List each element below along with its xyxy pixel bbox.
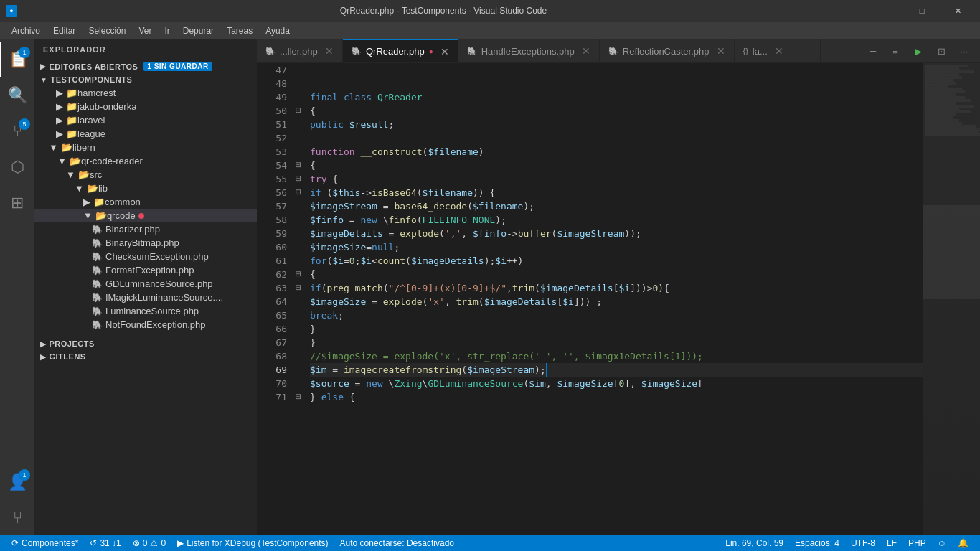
projects-section[interactable]: ▶ PROJECTS: [34, 337, 257, 350]
tree-item-imagick[interactable]: 🐘 IMagickLuminanceSource....: [34, 291, 257, 304]
json-file-icon: {}: [743, 47, 748, 55]
status-sync[interactable]: ↺ 31 ↓1: [84, 535, 126, 551]
layout-button[interactable]: ⊡: [931, 41, 951, 61]
explorer-icon[interactable]: 📋 1: [0, 42, 34, 77]
minimap: ⬛⬛⬛⬛⬛⬛⬛⬛⬛⬛⬛⬛⬛⬛⬛ ⬛⬛⬛⬛⬛⬛⬛⬛⬛⬛⬛⬛ ⬛⬛⬛⬛⬛⬛⬛⬛⬛⬛⬛…: [923, 63, 980, 535]
tree-item-qrcode[interactable]: ▼ 📂 qrcode: [34, 209, 257, 222]
overflow-button[interactable]: ···: [954, 41, 974, 61]
gitlens-section[interactable]: ▶ GITLENS: [34, 350, 257, 363]
tab-controller-close[interactable]: ✕: [325, 45, 334, 57]
testcomponents-label: TESTCOMPONENTS: [50, 75, 132, 84]
status-eol[interactable]: LF: [881, 535, 903, 551]
code-content[interactable]: final class QrReader { public $result; f…: [304, 63, 923, 535]
code-line-54: {: [310, 159, 923, 172]
status-spaces[interactable]: Espacios: 4: [789, 535, 845, 551]
code-editor[interactable]: 47 48 49 50 51 52 53 54 55 56 57 58 59 6…: [257, 63, 980, 535]
tab-reflectioncaster-close[interactable]: ✕: [717, 45, 725, 57]
tab-handleexceptions-close[interactable]: ✕: [582, 45, 590, 57]
run-button[interactable]: ▶: [908, 41, 928, 61]
tree-item-qr-code-reader[interactable]: ▼ 📂 qr-code-reader: [34, 154, 257, 168]
code-line-67: }: [310, 336, 923, 349]
php-icon: 🐘: [92, 252, 103, 262]
status-language[interactable]: PHP: [903, 535, 932, 551]
tree-item-checksumexception[interactable]: 🐘 ChecksumException.php: [34, 250, 257, 263]
status-branch-label: Componentes*: [22, 538, 78, 548]
maximize-button[interactable]: □: [905, 0, 938, 22]
menu-ir[interactable]: Ir: [159, 24, 175, 37]
menu-editar[interactable]: Editar: [47, 24, 81, 37]
tree-item-notfound[interactable]: 🐘 NotFoundException.php: [34, 318, 257, 331]
status-language-label: PHP: [908, 538, 926, 548]
status-errors[interactable]: ⊗ 0 ⚠ 0: [127, 535, 171, 551]
chevron-down-icon: ▼: [57, 156, 67, 166]
php-icon: 🐘: [92, 279, 103, 289]
close-button[interactable]: ✕: [941, 0, 974, 22]
testcomponents-section[interactable]: ▼ TESTCOMPONENTS: [34, 73, 257, 86]
search-icon[interactable]: 🔍: [0, 78, 34, 113]
tree-item-league[interactable]: ▶ 📁 league: [34, 127, 257, 141]
tree-item-laravel[interactable]: ▶ 📁 laravel: [34, 113, 257, 127]
code-line-53: function __construct($filename): [310, 145, 923, 159]
menu-ver[interactable]: Ver: [133, 24, 157, 37]
code-line-64: $imageSize = explode('x', trim($imageDet…: [310, 295, 923, 309]
sidebar: EXPLORADOR ▶ EDITORES ABIERTOS 1 SIN GUA…: [34, 39, 257, 535]
open-editors-section[interactable]: ▶ EDITORES ABIERTOS 1 SIN GUARDAR: [34, 60, 257, 73]
menu-ayuda[interactable]: Ayuda: [260, 24, 296, 37]
account-icon[interactable]: 👤 1: [0, 465, 34, 499]
status-debug[interactable]: ▶ Listen for XDebug (TestComponents): [171, 535, 334, 551]
status-branch[interactable]: ⟳ Componentes*: [6, 535, 84, 551]
code-line-63: if(preg_match("/^[0-9]+(x)[0-9]+$/",trim…: [310, 281, 923, 295]
split-editor-button[interactable]: ⊢: [862, 41, 882, 61]
code-line-66: }: [310, 322, 923, 336]
chevron-right-icon: ▶: [56, 88, 63, 98]
code-line-65: break;: [310, 309, 923, 322]
titlebar: ● QrReader.php - TestComponents - Visual…: [0, 0, 980, 22]
status-auto-connect[interactable]: Auto conectarse: Desactivado: [334, 535, 460, 551]
status-feedback[interactable]: ☺: [932, 535, 952, 551]
tab-qrreader-close[interactable]: ✕: [440, 46, 449, 57]
tab-reflectioncaster[interactable]: 🐘 ReflectionCaster.php ✕: [600, 39, 735, 62]
status-notifications[interactable]: 🔔: [952, 535, 974, 551]
extensions-icon[interactable]: ⊞: [0, 186, 34, 220]
source-control-icon[interactable]: ⑂ 5: [0, 114, 34, 149]
tab-handleexceptions[interactable]: 🐘 HandleExceptions.php ✕: [458, 39, 600, 62]
tree-item-formatexception[interactable]: 🐘 FormatException.php: [34, 263, 257, 277]
code-line-62: {: [310, 268, 923, 281]
open-editors-label: EDITORES ABIERTOS: [50, 62, 138, 71]
tab-controller[interactable]: 🐘 ...ller.php ✕: [257, 39, 343, 62]
tree-item-binarizer[interactable]: 🐘 Binarizer.php: [34, 222, 257, 236]
more-button[interactable]: ≡: [885, 41, 905, 61]
tab-json[interactable]: {} la... ✕: [735, 39, 821, 62]
php-icon: 🐘: [92, 225, 103, 235]
chevron-right-icon: ▶: [56, 128, 63, 139]
window-controls: ─ □ ✕: [870, 0, 974, 22]
code-line-68: //$imageSize = explode('x', str_replace(…: [310, 349, 923, 363]
tree-item-jakub[interactable]: ▶ 📁 jakub-onderka: [34, 100, 257, 113]
tree-item-libern[interactable]: ▼ 📂 libern: [34, 141, 257, 154]
gitlens-icon[interactable]: ⑂: [0, 501, 34, 535]
bell-icon: 🔔: [958, 538, 969, 548]
php-icon: 🐘: [92, 306, 103, 316]
minimize-button[interactable]: ─: [870, 0, 903, 22]
tree-item-common[interactable]: ▶ 📁 common: [34, 195, 257, 209]
status-sync-label: 31 ↓1: [100, 538, 121, 548]
menu-tareas[interactable]: Tareas: [221, 24, 258, 37]
error-icon: ⊗: [133, 538, 140, 548]
tree-item-lib[interactable]: ▼ 📂 lib: [34, 182, 257, 195]
menu-seleccion[interactable]: Selección: [83, 24, 131, 37]
menu-archivo[interactable]: Archivo: [6, 24, 46, 37]
tree-item-src[interactable]: ▼ 📂 src: [34, 168, 257, 182]
status-line-col[interactable]: Lin. 69, Col. 59: [720, 535, 789, 551]
tree-item-gdluminance[interactable]: 🐘 GDLuminanceSource.php: [34, 277, 257, 291]
warning-icon: ⚠: [150, 538, 158, 548]
tree-item-luminance[interactable]: 🐘 LuminanceSource.php: [34, 304, 257, 318]
menu-depurar[interactable]: Depurar: [177, 24, 220, 37]
tab-json-close[interactable]: ✕: [775, 45, 783, 57]
debug-icon[interactable]: ⬡: [0, 150, 34, 184]
status-encoding[interactable]: UTF-8: [845, 535, 881, 551]
php-icon: 🐘: [92, 238, 103, 248]
tree-item-binarybitmap[interactable]: 🐘 BinaryBitmap.php: [34, 236, 257, 250]
tree-item-hamcrest[interactable]: ▶ 📁 hamcrest: [34, 86, 257, 100]
tab-qrreader[interactable]: 🐘 QrReader.php ● ✕: [343, 39, 458, 62]
status-auto-connect-label: Auto conectarse: Desactivado: [340, 538, 454, 548]
